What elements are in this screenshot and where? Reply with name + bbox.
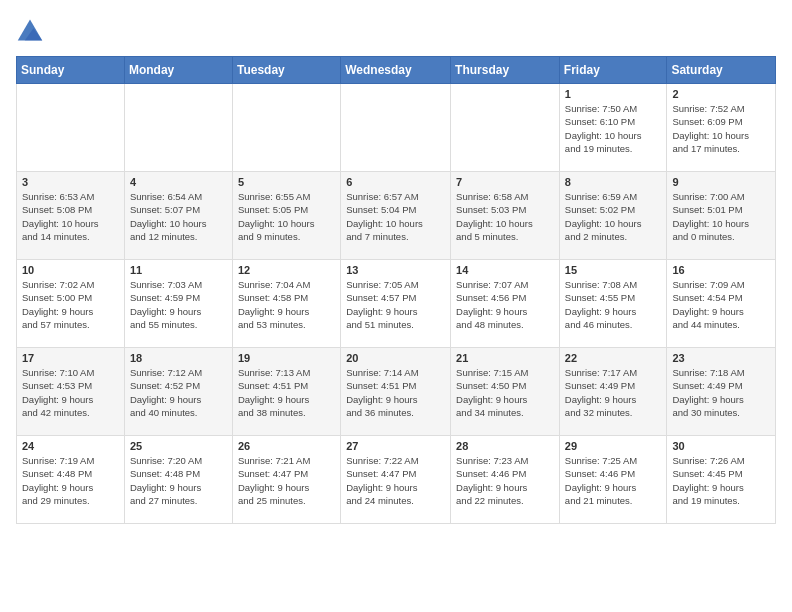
day-info: Sunrise: 6:59 AM Sunset: 5:02 PM Dayligh… [565,190,662,243]
day-info: Sunrise: 6:55 AM Sunset: 5:05 PM Dayligh… [238,190,335,243]
calendar-cell: 28Sunrise: 7:23 AM Sunset: 4:46 PM Dayli… [451,436,560,524]
day-info: Sunrise: 7:15 AM Sunset: 4:50 PM Dayligh… [456,366,554,419]
day-number: 8 [565,176,662,188]
weekday-header-thursday: Thursday [451,57,560,84]
day-number: 20 [346,352,445,364]
calendar-cell: 10Sunrise: 7:02 AM Sunset: 5:00 PM Dayli… [17,260,125,348]
day-info: Sunrise: 7:02 AM Sunset: 5:00 PM Dayligh… [22,278,119,331]
calendar-cell [341,84,451,172]
day-info: Sunrise: 6:53 AM Sunset: 5:08 PM Dayligh… [22,190,119,243]
day-number: 26 [238,440,335,452]
day-number: 14 [456,264,554,276]
day-info: Sunrise: 7:00 AM Sunset: 5:01 PM Dayligh… [672,190,770,243]
day-number: 21 [456,352,554,364]
day-info: Sunrise: 7:20 AM Sunset: 4:48 PM Dayligh… [130,454,227,507]
calendar-cell: 20Sunrise: 7:14 AM Sunset: 4:51 PM Dayli… [341,348,451,436]
day-number: 3 [22,176,119,188]
logo-icon [16,16,44,44]
calendar-cell [451,84,560,172]
day-number: 7 [456,176,554,188]
day-info: Sunrise: 7:26 AM Sunset: 4:45 PM Dayligh… [672,454,770,507]
day-info: Sunrise: 7:50 AM Sunset: 6:10 PM Dayligh… [565,102,662,155]
day-number: 5 [238,176,335,188]
day-info: Sunrise: 7:21 AM Sunset: 4:47 PM Dayligh… [238,454,335,507]
weekday-header-sunday: Sunday [17,57,125,84]
day-number: 25 [130,440,227,452]
day-number: 24 [22,440,119,452]
calendar-cell: 24Sunrise: 7:19 AM Sunset: 4:48 PM Dayli… [17,436,125,524]
day-number: 17 [22,352,119,364]
calendar-cell: 17Sunrise: 7:10 AM Sunset: 4:53 PM Dayli… [17,348,125,436]
page-header [16,16,776,44]
day-info: Sunrise: 7:03 AM Sunset: 4:59 PM Dayligh… [130,278,227,331]
calendar-cell: 12Sunrise: 7:04 AM Sunset: 4:58 PM Dayli… [232,260,340,348]
day-info: Sunrise: 7:09 AM Sunset: 4:54 PM Dayligh… [672,278,770,331]
day-info: Sunrise: 7:52 AM Sunset: 6:09 PM Dayligh… [672,102,770,155]
calendar-cell: 11Sunrise: 7:03 AM Sunset: 4:59 PM Dayli… [124,260,232,348]
calendar-table: SundayMondayTuesdayWednesdayThursdayFrid… [16,56,776,524]
calendar-cell: 26Sunrise: 7:21 AM Sunset: 4:47 PM Dayli… [232,436,340,524]
calendar-cell: 4Sunrise: 6:54 AM Sunset: 5:07 PM Daylig… [124,172,232,260]
day-number: 2 [672,88,770,100]
day-number: 9 [672,176,770,188]
day-info: Sunrise: 7:14 AM Sunset: 4:51 PM Dayligh… [346,366,445,419]
day-info: Sunrise: 7:04 AM Sunset: 4:58 PM Dayligh… [238,278,335,331]
week-row-3: 17Sunrise: 7:10 AM Sunset: 4:53 PM Dayli… [17,348,776,436]
week-row-1: 3Sunrise: 6:53 AM Sunset: 5:08 PM Daylig… [17,172,776,260]
day-info: Sunrise: 7:05 AM Sunset: 4:57 PM Dayligh… [346,278,445,331]
day-info: Sunrise: 6:58 AM Sunset: 5:03 PM Dayligh… [456,190,554,243]
day-number: 27 [346,440,445,452]
calendar-cell: 1Sunrise: 7:50 AM Sunset: 6:10 PM Daylig… [559,84,667,172]
day-info: Sunrise: 7:07 AM Sunset: 4:56 PM Dayligh… [456,278,554,331]
day-info: Sunrise: 6:57 AM Sunset: 5:04 PM Dayligh… [346,190,445,243]
calendar-cell: 9Sunrise: 7:00 AM Sunset: 5:01 PM Daylig… [667,172,776,260]
calendar-cell [17,84,125,172]
day-info: Sunrise: 7:19 AM Sunset: 4:48 PM Dayligh… [22,454,119,507]
calendar-cell: 18Sunrise: 7:12 AM Sunset: 4:52 PM Dayli… [124,348,232,436]
week-row-2: 10Sunrise: 7:02 AM Sunset: 5:00 PM Dayli… [17,260,776,348]
day-number: 22 [565,352,662,364]
calendar-cell [124,84,232,172]
day-info: Sunrise: 6:54 AM Sunset: 5:07 PM Dayligh… [130,190,227,243]
day-info: Sunrise: 7:23 AM Sunset: 4:46 PM Dayligh… [456,454,554,507]
day-info: Sunrise: 7:25 AM Sunset: 4:46 PM Dayligh… [565,454,662,507]
calendar-cell [232,84,340,172]
day-number: 28 [456,440,554,452]
day-number: 30 [672,440,770,452]
calendar-cell: 25Sunrise: 7:20 AM Sunset: 4:48 PM Dayli… [124,436,232,524]
calendar-cell: 6Sunrise: 6:57 AM Sunset: 5:04 PM Daylig… [341,172,451,260]
day-number: 29 [565,440,662,452]
day-number: 11 [130,264,227,276]
day-number: 12 [238,264,335,276]
weekday-header-saturday: Saturday [667,57,776,84]
day-number: 1 [565,88,662,100]
day-info: Sunrise: 7:17 AM Sunset: 4:49 PM Dayligh… [565,366,662,419]
day-info: Sunrise: 7:22 AM Sunset: 4:47 PM Dayligh… [346,454,445,507]
calendar-cell: 23Sunrise: 7:18 AM Sunset: 4:49 PM Dayli… [667,348,776,436]
calendar-cell: 27Sunrise: 7:22 AM Sunset: 4:47 PM Dayli… [341,436,451,524]
day-info: Sunrise: 7:10 AM Sunset: 4:53 PM Dayligh… [22,366,119,419]
calendar-cell: 15Sunrise: 7:08 AM Sunset: 4:55 PM Dayli… [559,260,667,348]
calendar-cell: 5Sunrise: 6:55 AM Sunset: 5:05 PM Daylig… [232,172,340,260]
calendar-cell: 7Sunrise: 6:58 AM Sunset: 5:03 PM Daylig… [451,172,560,260]
weekday-header-wednesday: Wednesday [341,57,451,84]
day-number: 15 [565,264,662,276]
day-number: 10 [22,264,119,276]
day-number: 23 [672,352,770,364]
day-number: 19 [238,352,335,364]
calendar-cell: 29Sunrise: 7:25 AM Sunset: 4:46 PM Dayli… [559,436,667,524]
calendar-cell: 22Sunrise: 7:17 AM Sunset: 4:49 PM Dayli… [559,348,667,436]
weekday-header-row: SundayMondayTuesdayWednesdayThursdayFrid… [17,57,776,84]
day-info: Sunrise: 7:18 AM Sunset: 4:49 PM Dayligh… [672,366,770,419]
day-info: Sunrise: 7:12 AM Sunset: 4:52 PM Dayligh… [130,366,227,419]
week-row-4: 24Sunrise: 7:19 AM Sunset: 4:48 PM Dayli… [17,436,776,524]
calendar-cell: 3Sunrise: 6:53 AM Sunset: 5:08 PM Daylig… [17,172,125,260]
calendar-cell: 19Sunrise: 7:13 AM Sunset: 4:51 PM Dayli… [232,348,340,436]
day-info: Sunrise: 7:08 AM Sunset: 4:55 PM Dayligh… [565,278,662,331]
weekday-header-friday: Friday [559,57,667,84]
calendar-cell: 14Sunrise: 7:07 AM Sunset: 4:56 PM Dayli… [451,260,560,348]
calendar-cell: 13Sunrise: 7:05 AM Sunset: 4:57 PM Dayli… [341,260,451,348]
day-number: 6 [346,176,445,188]
weekday-header-monday: Monday [124,57,232,84]
weekday-header-tuesday: Tuesday [232,57,340,84]
